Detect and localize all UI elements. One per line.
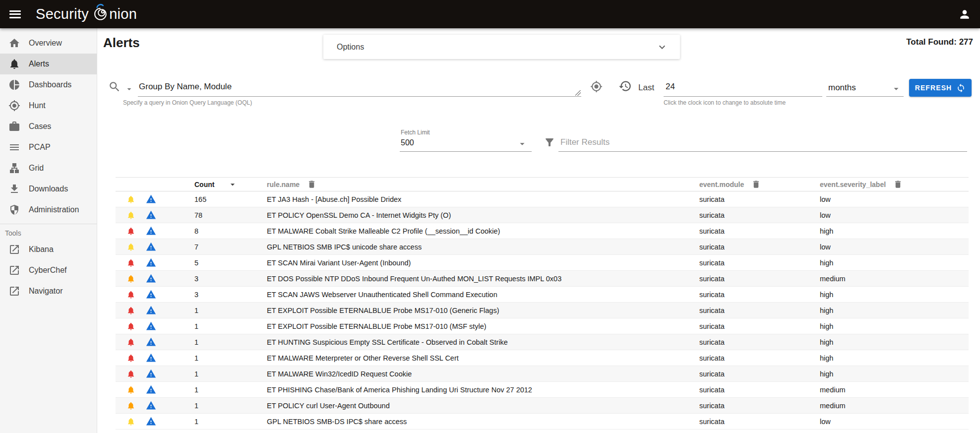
sidebar-item-overview[interactable]: Overview: [0, 33, 97, 54]
severity-bell-icon[interactable]: [126, 195, 135, 204]
fetch-limit-dropdown-arrow-icon[interactable]: [517, 138, 528, 149]
severity-bell-icon[interactable]: [126, 417, 135, 426]
alert-warning-icon[interactable]: [146, 289, 156, 300]
sidebar-item-alerts[interactable]: Alerts: [0, 54, 97, 74]
count-cell[interactable]: 165: [190, 195, 267, 203]
rule-name-cell[interactable]: ET MALWARE Meterpreter or Other Reverse …: [267, 354, 699, 362]
table-row[interactable]: 8 ET MALWARE Cobalt Strike Malleable C2 …: [116, 223, 969, 239]
count-cell[interactable]: 3: [190, 291, 267, 299]
table-row[interactable]: 1 ET HUNTING Suspicious Empty SSL Certif…: [116, 334, 969, 350]
event-module-cell[interactable]: suricata: [699, 211, 820, 219]
sidebar-item-dashboards[interactable]: Dashboards: [0, 74, 97, 95]
count-cell[interactable]: 1: [190, 338, 267, 346]
rule-name-cell[interactable]: ET EXPLOIT Possible ETERNALBLUE Probe MS…: [267, 322, 699, 330]
count-cell[interactable]: 1: [190, 386, 267, 394]
severity-bell-icon[interactable]: [126, 322, 135, 331]
severity-label-cell[interactable]: high: [820, 259, 969, 267]
options-panel[interactable]: Options: [323, 35, 680, 59]
severity-label-cell[interactable]: medium: [820, 402, 969, 410]
alert-warning-icon[interactable]: [146, 353, 156, 363]
rule-name-cell[interactable]: ET DOS Possible NTP DDoS Inbound Frequen…: [267, 275, 699, 283]
count-cell[interactable]: 5: [190, 259, 267, 267]
rule-name-cell[interactable]: ET SCAN JAWS Webserver Unauthenticated S…: [267, 291, 699, 299]
alert-warning-icon[interactable]: [146, 210, 156, 220]
table-row[interactable]: 165 ET JA3 Hash - [Abuse.ch] Possible Dr…: [116, 191, 969, 207]
rule-name-cell[interactable]: ET POLICY curl User-Agent Outbound: [267, 402, 699, 410]
table-row[interactable]: 1 ET PHISHING Chase/Bank of America Phis…: [116, 382, 969, 398]
user-account-icon[interactable]: [958, 8, 971, 21]
remove-column-event-severity-label-icon[interactable]: [893, 180, 903, 189]
sidebar-item-downloads[interactable]: Downloads: [0, 179, 97, 199]
count-cell[interactable]: 1: [190, 402, 267, 410]
severity-label-cell[interactable]: low: [820, 211, 969, 219]
severity-bell-icon[interactable]: [126, 370, 135, 378]
alert-warning-icon[interactable]: [146, 226, 156, 236]
severity-label-cell[interactable]: high: [820, 370, 969, 378]
severity-bell-icon[interactable]: [126, 290, 135, 299]
count-cell[interactable]: 7: [190, 243, 267, 251]
count-cell[interactable]: 8: [190, 227, 267, 235]
alert-warning-icon[interactable]: [146, 305, 156, 315]
count-cell[interactable]: 1: [190, 307, 267, 314]
rule-name-cell[interactable]: ET POLICY OpenSSL Demo CA - Internet Wid…: [267, 211, 699, 219]
event-module-cell[interactable]: suricata: [699, 195, 820, 203]
severity-label-cell[interactable]: low: [820, 195, 969, 203]
severity-bell-icon[interactable]: [126, 401, 135, 410]
remove-column-rule-name-icon[interactable]: [307, 180, 316, 189]
units-select[interactable]: months: [828, 83, 856, 93]
severity-bell-icon[interactable]: [126, 258, 135, 267]
severity-bell-icon[interactable]: [126, 354, 135, 363]
alert-warning-icon[interactable]: [146, 337, 156, 347]
menu-icon[interactable]: [9, 10, 21, 18]
severity-label-cell[interactable]: high: [820, 227, 969, 235]
alert-warning-icon[interactable]: [146, 416, 156, 427]
duration-input[interactable]: [666, 82, 814, 92]
count-cell[interactable]: 1: [190, 354, 267, 362]
column-header-event-module[interactable]: event.module: [699, 180, 820, 189]
tools-item-navigator[interactable]: Navigator: [0, 281, 97, 302]
severity-label-cell[interactable]: high: [820, 291, 969, 299]
event-module-cell[interactable]: suricata: [699, 291, 820, 299]
rule-name-cell[interactable]: ET MALWARE Win32/IcedID Request Cookie: [267, 370, 699, 378]
event-module-cell[interactable]: suricata: [699, 338, 820, 346]
count-cell[interactable]: 1: [190, 418, 267, 426]
rule-name-cell[interactable]: ET SCAN Mirai Variant User-Agent (Inboun…: [267, 259, 699, 267]
severity-label-cell[interactable]: high: [820, 338, 969, 346]
event-module-cell[interactable]: suricata: [699, 275, 820, 283]
event-module-cell[interactable]: suricata: [699, 354, 820, 362]
severity-bell-icon[interactable]: [126, 243, 135, 251]
alert-warning-icon[interactable]: [146, 257, 156, 268]
count-cell[interactable]: 1: [190, 322, 267, 330]
refresh-button[interactable]: REFRESH: [909, 79, 972, 97]
event-module-cell[interactable]: suricata: [699, 322, 820, 330]
fetch-limit-select[interactable]: 500: [401, 138, 414, 147]
table-row[interactable]: 5 ET SCAN Mirai Variant User-Agent (Inbo…: [116, 255, 969, 271]
severity-label-cell[interactable]: medium: [820, 386, 969, 394]
filter-results-input[interactable]: [560, 137, 957, 147]
tools-item-kibana[interactable]: Kibana: [0, 239, 97, 260]
severity-label-cell[interactable]: low: [820, 243, 969, 251]
rule-name-cell[interactable]: ET HUNTING Suspicious Empty SSL Certific…: [267, 338, 699, 346]
rule-name-cell[interactable]: GPL NETBIOS SMB-DS IPC$ share access: [267, 418, 699, 426]
event-module-cell[interactable]: suricata: [699, 370, 820, 378]
rule-name-cell[interactable]: ET MALWARE Cobalt Strike Malleable C2 Pr…: [267, 227, 699, 235]
table-row[interactable]: 78 ET POLICY OpenSSL Demo CA - Internet …: [116, 207, 969, 223]
sort-descending-icon[interactable]: [228, 180, 238, 189]
event-module-cell[interactable]: suricata: [699, 402, 820, 410]
rule-name-cell[interactable]: ET EXPLOIT Possible ETERNALBLUE Probe MS…: [267, 307, 699, 314]
query-resize-handle[interactable]: [575, 90, 581, 96]
severity-bell-icon[interactable]: [126, 274, 135, 283]
severity-label-cell[interactable]: low: [820, 418, 969, 426]
chevron-down-icon[interactable]: [656, 41, 668, 53]
table-row[interactable]: 1 ET MALWARE Win32/IcedID Request Cookie…: [116, 366, 969, 382]
count-cell[interactable]: 78: [190, 211, 267, 219]
table-row[interactable]: 1 ET POLICY curl User-Agent Outbound sur…: [116, 398, 969, 414]
sidebar-item-hunt[interactable]: Hunt: [0, 95, 97, 116]
alert-warning-icon[interactable]: [146, 384, 156, 395]
tools-item-cyberchef[interactable]: CyberChef: [0, 260, 97, 281]
table-row[interactable]: 1 ET MALWARE Meterpreter or Other Revers…: [116, 350, 969, 366]
sidebar-item-administration[interactable]: Administration: [0, 199, 97, 220]
units-dropdown-arrow-icon[interactable]: [891, 83, 902, 94]
alert-warning-icon[interactable]: [146, 321, 156, 331]
alert-warning-icon[interactable]: [146, 400, 156, 411]
